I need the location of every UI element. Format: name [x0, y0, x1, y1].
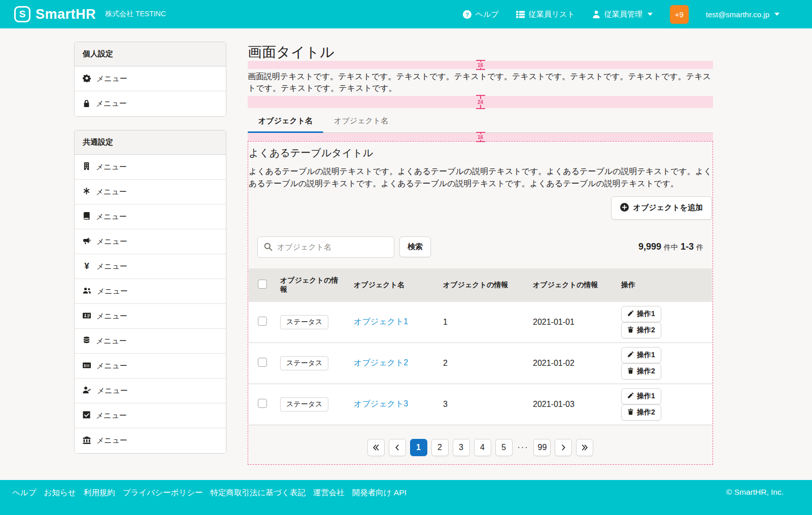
sidebar-item-money-check[interactable]: $ メニュー [75, 354, 226, 379]
sidebar-item-security[interactable]: メニュー [75, 91, 226, 116]
footer-link-terms[interactable]: 利用規約 [84, 488, 115, 515]
object-table: オブジェクトの情報 オブジェクト名 オブジェクトの情報 オブジェクトの情報 操作… [249, 268, 712, 425]
table-title: よくあるテーブルタイトル [249, 146, 712, 160]
tab-object-2[interactable]: オブジェクト名 [323, 112, 399, 132]
footer-link-news[interactable]: お知らせ [44, 488, 76, 515]
delete-button[interactable]: 操作2 [621, 322, 661, 338]
sidebar-item-members[interactable]: メニュー [75, 279, 226, 304]
search-icon [264, 243, 273, 253]
object-link[interactable]: オブジェクト1 [354, 317, 408, 326]
sidebar-item-settings[interactable]: メニュー [75, 66, 226, 91]
sidebar-item-asterisk[interactable]: メニュー [75, 180, 226, 204]
copyright: © SmartHR, Inc. [726, 488, 784, 515]
sidebar-item-company[interactable]: メニュー [75, 155, 226, 180]
content-area: 個人設定 メニュー メニュー 共通設定 メニュー メニュー [0, 28, 812, 480]
pencil-icon [627, 310, 634, 318]
building-icon [83, 162, 90, 171]
result-count: 9,999件中 1-3件 [638, 242, 703, 252]
search-button[interactable]: 検索 [399, 236, 431, 257]
search-row: 検索 9,999件中 1-3件 [249, 236, 712, 258]
object-date-cell: 2021-01-01 [528, 302, 616, 343]
sidebar-item-id-card[interactable]: メニュー [75, 304, 226, 329]
tab-object-1[interactable]: オブジェクト名 [248, 112, 323, 132]
sidebar-item-database[interactable]: メニュー [75, 329, 226, 354]
page-button-4[interactable]: 4 [474, 439, 491, 456]
app-footer: ヘルプ お知らせ 利用規約 プライバシーポリシー 特定商取引法に基づく表記 運営… [0, 480, 812, 515]
book-icon [83, 212, 90, 221]
edit-button[interactable]: 操作1 [621, 306, 661, 322]
asterisk-icon [83, 187, 90, 196]
object-link[interactable]: オブジェクト2 [354, 358, 408, 367]
last-page-button[interactable] [576, 439, 593, 456]
pagination-ellipsis: ··· [517, 443, 530, 452]
bullhorn-icon [83, 237, 91, 247]
footer-link-developer-api[interactable]: 開発者向け API [352, 488, 407, 515]
object-info-cell: 1 [438, 302, 528, 343]
table-header-row: オブジェクトの情報 オブジェクト名 オブジェクトの情報 オブジェクトの情報 操作 [249, 268, 712, 302]
sidebar-group-common: 共通設定 メニュー メニュー メニュー メニュー [74, 130, 226, 454]
svg-text:?: ? [465, 11, 469, 17]
account-menu[interactable]: test@smarthr.co.jp [706, 10, 780, 19]
app-header: S SmartHR 株式会社 TESTINC ? ヘルプ 従業員リスト [0, 0, 812, 28]
sidebar-item-landmark[interactable]: メニュー [75, 428, 226, 453]
sidebar-item-announcement[interactable]: メニュー [75, 229, 226, 254]
edit-button[interactable]: 操作1 [621, 388, 661, 404]
sidebar-group-title: 個人設定 [75, 42, 226, 66]
row-checkbox[interactable] [258, 358, 267, 367]
footer-links: ヘルプ お知らせ 利用規約 プライバシーポリシー 特定商取引法に基づく表記 運営… [12, 488, 407, 515]
edit-button[interactable]: 操作1 [621, 347, 661, 363]
page-button-5[interactable]: 5 [495, 439, 513, 456]
trash-icon [627, 326, 634, 334]
money-check-icon: $ [83, 362, 91, 370]
sidebar-group-personal: 個人設定 メニュー メニュー [74, 42, 226, 117]
header-employee-admin-menu[interactable]: 従業員管理 [592, 10, 653, 19]
sidebar-group-title: 共通設定 [75, 130, 226, 155]
sidebar-item-payment[interactable]: ¥ メニュー [75, 254, 226, 279]
sidebar-item-book[interactable]: メニュー [75, 204, 226, 229]
user-icon [592, 10, 600, 18]
help-icon: ? [463, 10, 471, 19]
user-check-icon [83, 386, 91, 395]
main-content: 画面タイトル 16 画面説明テキストです。テキストです。テキストです。テキストで… [248, 42, 713, 480]
status-badge: ステータス [280, 356, 328, 370]
plus-circle-icon [620, 203, 629, 213]
page-description: 画面説明テキストです。テキストです。テキストです。テキストです。テキストです。テ… [248, 71, 713, 94]
users-icon [83, 287, 91, 296]
row-checkbox[interactable] [258, 399, 267, 408]
search-input[interactable] [257, 236, 394, 258]
yen-icon: ¥ [83, 261, 91, 271]
delete-button[interactable]: 操作2 [621, 404, 661, 421]
page-button-99[interactable]: 99 [533, 439, 551, 456]
footer-link-company[interactable]: 運営会社 [313, 488, 345, 515]
footer-link-privacy[interactable]: プライバシーポリシー [123, 488, 203, 515]
footer-link-commerce-law[interactable]: 特定商取引法に基づく表記 [211, 488, 306, 515]
table-row: ステータス オブジェクト2 2 2021-01-02 操作1 操作2 [249, 342, 712, 384]
sidebar-item-check-square[interactable]: メニュー [75, 403, 226, 428]
footer-link-help[interactable]: ヘルプ [12, 488, 37, 515]
tab-bar: オブジェクト名 オブジェクト名 [248, 112, 713, 133]
add-object-button[interactable]: オブジェクトを追加 [611, 196, 712, 220]
prev-page-button[interactable] [389, 439, 406, 456]
delete-button[interactable]: 操作2 [621, 363, 661, 380]
list-icon [516, 10, 525, 19]
row-checkbox[interactable] [258, 317, 267, 326]
header-help-link[interactable]: ? ヘルプ [463, 10, 499, 19]
spacing-annotation-16: 16 [248, 61, 713, 69]
table-row: ステータス オブジェクト1 1 2021-01-01 操作1 操作2 [249, 302, 712, 343]
column-header: オブジェクト名 [349, 268, 438, 302]
notification-badge[interactable]: +9 [670, 5, 689, 24]
next-page-button[interactable] [555, 439, 572, 456]
page-button-3[interactable]: 3 [453, 439, 470, 456]
smarthr-logo-icon: S [14, 6, 30, 22]
first-page-button[interactable] [367, 439, 385, 456]
header-employee-list-link[interactable]: 従業員リスト [516, 10, 575, 19]
page-button-1[interactable]: 1 [410, 439, 427, 456]
object-link[interactable]: オブジェクト3 [354, 399, 408, 408]
sidebar-item-user-check[interactable]: メニュー [75, 379, 226, 403]
page-button-2[interactable]: 2 [431, 439, 449, 456]
check-square-icon [83, 411, 90, 420]
spacing-annotation-24: 24 [248, 96, 713, 108]
chevron-down-icon [774, 13, 780, 16]
smarthr-logo[interactable]: S SmartHR [14, 6, 96, 22]
select-all-checkbox[interactable] [258, 280, 267, 289]
